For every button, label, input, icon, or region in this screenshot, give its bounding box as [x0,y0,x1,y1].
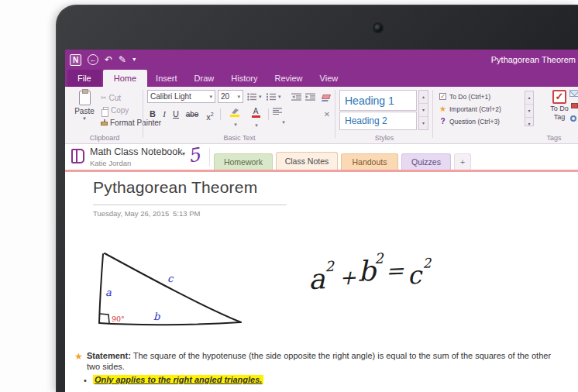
font-size-caret-icon[interactable]: ▾ [237,94,240,100]
style-heading1[interactable]: Heading 1 [339,90,417,111]
page-canvas[interactable]: Pythagorean Theorem Tuesday, May 26, 201… [65,172,578,392]
decrease-indent-button[interactable] [291,90,301,103]
cut-button[interactable]: ✂ Cut [101,92,121,103]
undo-icon[interactable]: ↶ [105,55,112,64]
question-mark-icon: ? [439,117,446,126]
email-page-icon[interactable] [569,90,578,97]
window-title: Pythagorean Theorem [491,50,576,70]
numbering-button[interactable]: ▾ [267,90,281,103]
triangle-angle-label[interactable]: 90° [112,315,125,323]
eq-equals: = [385,258,404,284]
tab-review[interactable]: Review [267,70,311,87]
font-name-combobox[interactable]: Calibri Light ▾ [147,90,215,103]
section-tab-quizzes[interactable]: Quizzes [401,153,451,170]
font-color-bar-icon [252,115,260,118]
increase-indent-button[interactable] [305,90,315,103]
todo-checkbox-icon: ✓ [439,93,446,100]
section-tab-handouts[interactable]: Handouts [341,153,398,170]
paragraph-alignment-button[interactable]: ▾ [273,108,293,121]
notebook-name-dropdown[interactable]: Math Class Notebook [90,146,183,157]
tab-view[interactable]: View [311,70,347,87]
bullets-button[interactable]: ▾ [247,90,262,103]
triangle-label-c[interactable]: c [167,273,174,284]
tags-scroll-down-icon[interactable]: ▾ [525,105,533,118]
font-color-caret-icon[interactable]: ▾ [255,122,258,128]
tags-scroll-up-icon[interactable]: ▴ [525,91,533,105]
style-heading2[interactable]: Heading 2 [339,112,417,130]
section-tab-class-notes[interactable]: Class Notes [276,152,338,170]
outlook-tasks-icon[interactable] [571,103,578,108]
todo-tag-check-icon: ✓ [552,90,566,104]
tag-important[interactable]: ★ Important (Ctrl+2) [439,103,501,115]
tab-file[interactable]: File [67,70,101,87]
back-icon[interactable]: ← [88,54,98,65]
tag-question[interactable]: ? Question (Ctrl+3) [439,115,500,127]
bullets-icon [247,93,256,101]
pen-icon[interactable]: ✎ [119,55,126,64]
tag-todo[interactable]: ✓ To Do (Ctrl+1) [439,91,490,102]
ink-number-annotation[interactable]: 5 [186,143,207,169]
decrease-indent-icon [291,93,301,101]
customize-quick-access-caret-icon[interactable]: ▾ [132,57,136,63]
tags-more-icon[interactable]: ▾ [525,118,533,130]
onenote-window: N ← ↶ ✎ ▾ Pythagorean Theorem File Home … [65,50,578,392]
superscript-exp: 2 [211,112,214,117]
numbering-caret-icon[interactable]: ▾ [278,94,281,100]
text-highlight-color-button[interactable]: ▾ [225,108,245,121]
page-title[interactable]: Pythagorean Theorem [93,178,257,197]
tag-todo-label: To Do (Ctrl+1) [449,93,490,101]
paste-button[interactable]: Paste ▾ [70,89,99,134]
highlight-caret-icon[interactable]: ▾ [234,122,237,127]
cut-icon: ✂ [101,94,107,101]
triangle-label-a[interactable]: a [105,287,112,298]
paste-label: Paste [70,107,99,115]
triangle-ink-drawing[interactable]: a c b 90° [87,243,253,340]
section-tab-homework[interactable]: Homework [214,153,273,170]
tags-group: ✓ To Do (Ctrl+1) ★ Important (Ctrl+2) ? … [438,87,578,144]
group-divider [335,90,335,138]
font-size-value: 20 [221,92,229,101]
eraser-icon [322,95,331,99]
font-name-caret-icon[interactable]: ▾ [209,94,212,100]
tab-home[interactable]: Home [103,70,147,87]
tab-history[interactable]: History [222,70,266,87]
paste-caret-icon[interactable]: ▾ [70,115,99,122]
styles-scroll-up-icon[interactable]: ▴ [419,91,428,104]
bold-button[interactable]: B [147,108,158,121]
clear-formatting-button[interactable] [322,90,330,103]
font-color-button[interactable]: A ▾ [246,108,265,121]
bullets-caret-icon[interactable]: ▾ [259,94,262,100]
equation-ink[interactable]: a 2 + b 2 = c 2 [306,246,444,308]
copy-button[interactable]: Copy [101,105,129,115]
basic-text-group-label: Basic Text [146,134,333,142]
superscript-button[interactable]: x2 [203,108,217,121]
strikethrough-button[interactable]: abe [183,108,201,121]
find-tags-icon[interactable] [570,115,576,122]
italic-button[interactable]: I [160,108,169,121]
eq-a: a [308,263,325,295]
important-star-icon: ★ [439,105,446,113]
new-section-tab[interactable]: + [454,153,471,170]
font-size-combobox[interactable]: 20 ▾ [218,90,243,103]
copy-icon [103,107,108,113]
important-tag-star-icon[interactable]: ★ [74,351,83,362]
clear-x-button[interactable]: ✕ [321,108,333,121]
underline-button[interactable]: U [170,108,181,121]
highlighted-bullet-text[interactable]: Only applies to the right angled triangl… [93,375,263,384]
notebook-icon[interactable] [71,149,84,163]
triangle-label-b[interactable]: b [153,311,160,322]
camera-icon [374,24,382,32]
copy-label: Copy [111,106,129,115]
align-caret-icon[interactable]: ▾ [282,119,285,125]
statement-text[interactable]: Statement: The square of the hypotenuse … [87,350,566,372]
styles-scroll-down-icon[interactable]: ▾ [419,104,428,117]
notebook-caret-icon[interactable]: ▾ [182,150,185,157]
eq-c-exp: 2 [422,255,432,270]
screenshot-canvas: N ← ↶ ✎ ▾ Pythagorean Theorem File Home … [0,0,578,392]
align-icon [273,108,282,115]
clipboard-group-label: Clipboard [68,134,141,142]
eq-b-exp: 2 [374,250,385,266]
styles-more-icon[interactable]: ▾ [419,117,428,129]
tab-draw[interactable]: Draw [186,70,223,87]
tab-insert[interactable]: Insert [147,70,186,87]
